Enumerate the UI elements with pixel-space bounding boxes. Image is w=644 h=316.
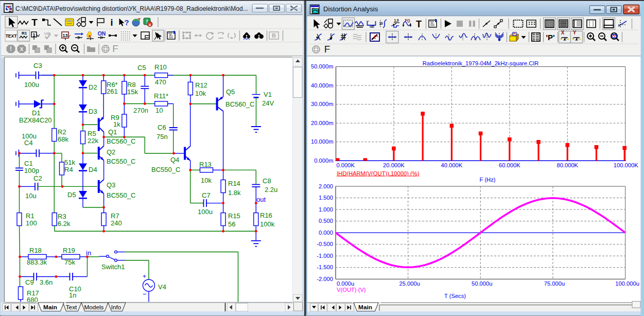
svg-text:Models: Models: [84, 304, 103, 311]
svg-text:2.2u: 2.2u: [265, 186, 277, 194]
svg-text:261: 261: [107, 87, 118, 95]
svg-text:F: F: [112, 43, 118, 54]
svg-text:-1.500: -1.500: [317, 264, 333, 270]
svg-text:Q5: Q5: [226, 88, 235, 96]
svg-text:10u: 10u: [25, 192, 37, 200]
svg-text:R11*: R11*: [154, 92, 168, 100]
svg-text:75k: 75k: [64, 258, 75, 266]
svg-text:0.000K: 0.000K: [337, 162, 355, 168]
svg-text:R1: R1: [22, 31, 27, 36]
svg-text:Main: Main: [43, 304, 57, 311]
svg-text:100.000u: 100.000u: [615, 280, 639, 287]
svg-text:100u: 100u: [24, 81, 39, 89]
svg-text:C3: C3: [33, 62, 42, 69]
svg-text:30.000m: 30.000m: [311, 101, 334, 107]
svg-text:D1: D1: [32, 109, 41, 117]
svg-text:Q4: Q4: [170, 156, 179, 164]
svg-text:C1: C1: [24, 160, 33, 167]
svg-text:R14: R14: [228, 180, 240, 187]
svg-text:-0.500: -0.500: [317, 241, 333, 247]
svg-text:25.000u: 25.000u: [399, 280, 420, 287]
svg-text:68k: 68k: [58, 135, 68, 143]
svg-text:T (Secs): T (Secs): [444, 293, 466, 299]
svg-text:Q3: Q3: [107, 181, 115, 189]
svg-text:10.000m: 10.000m: [311, 138, 334, 145]
svg-text:R8: R8: [127, 81, 136, 89]
svg-text:C9: C9: [25, 278, 34, 286]
svg-text:TEXT: TEXT: [6, 33, 18, 39]
svg-text:Q1: Q1: [108, 128, 117, 136]
svg-text:20.000m: 20.000m: [311, 120, 334, 126]
svg-text:F (Hz): F (Hz): [479, 177, 495, 183]
svg-text:75.000u: 75.000u: [544, 280, 565, 287]
svg-text:D2: D2: [89, 83, 97, 91]
svg-text:56: 56: [228, 220, 235, 228]
svg-text:R18: R18: [29, 247, 42, 254]
svg-text:1.8k: 1.8k: [228, 189, 241, 197]
svg-text:10: 10: [155, 107, 163, 114]
svg-text:0.000u: 0.000u: [337, 280, 354, 287]
svg-text:BC560_C: BC560_C: [107, 137, 135, 145]
svg-text:Info: Info: [111, 304, 121, 311]
svg-text:B: B: [272, 32, 276, 39]
svg-text:i: i: [110, 17, 113, 28]
svg-text:0.000: 0.000: [319, 230, 333, 236]
svg-text:C2: C2: [33, 174, 42, 182]
svg-text:Main: Main: [358, 304, 372, 311]
svg-text:D4: D4: [89, 166, 97, 173]
svg-text:1.500: 1.500: [319, 195, 333, 201]
svg-text:10: 10: [379, 22, 383, 25]
svg-text:40.000m: 40.000m: [311, 82, 334, 89]
svg-text:6.2k: 6.2k: [58, 220, 71, 227]
svg-text:R2: R2: [58, 128, 66, 136]
svg-text:−: −: [143, 290, 147, 298]
svg-text:Distortion Analysis: Distortion Analysis: [323, 5, 378, 13]
svg-text:R1: R1: [26, 212, 34, 220]
svg-text:60.000K: 60.000K: [499, 162, 520, 168]
svg-text:C6: C6: [158, 124, 166, 131]
svg-text:24V: 24V: [262, 99, 274, 107]
svg-text:Radioelektronik_1979-04M_2kHz-: Radioelektronik_1979-04M_2kHz-square.CIR: [423, 60, 539, 66]
svg-text:V1: V1: [264, 91, 272, 98]
svg-text:51k: 51k: [64, 159, 75, 166]
svg-text:x: x: [20, 45, 24, 52]
svg-text:50.000m: 50.000m: [311, 63, 334, 69]
svg-text:1.0: 1.0: [394, 19, 398, 22]
svg-text:T: T: [31, 17, 38, 28]
svg-text:13: 13: [62, 33, 67, 38]
svg-text:1: 1: [32, 32, 35, 38]
svg-text:+: +: [143, 273, 146, 280]
svg-text:40.000K: 40.000K: [441, 162, 463, 168]
svg-text:BC550_C: BC550_C: [151, 166, 180, 173]
svg-text:X: X: [561, 30, 565, 36]
svg-text:50.000u: 50.000u: [472, 280, 492, 287]
svg-text:BC560_C: BC560_C: [225, 100, 254, 108]
svg-text:D3: D3: [89, 108, 97, 115]
svg-text:Y: Y: [573, 30, 577, 36]
svg-text:F: F: [324, 44, 330, 55]
svg-text:'P': 'P': [546, 33, 554, 42]
svg-text:IHD(HARM(V(OUT)),10000) (%): IHD(HARM(V(OUT)),10000) (%): [337, 170, 420, 177]
svg-text:HD: HD: [370, 25, 374, 28]
svg-text:10k: 10k: [195, 90, 206, 97]
svg-text:R7: R7: [111, 212, 119, 220]
svg-text:C4: C4: [24, 139, 33, 147]
svg-text:0.000m: 0.000m: [314, 157, 333, 164]
svg-text:R10: R10: [154, 63, 167, 71]
svg-text:C7: C7: [202, 191, 211, 199]
svg-text:-2.000: -2.000: [317, 276, 333, 282]
svg-text:0.500: 0.500: [319, 218, 333, 224]
svg-text:?: ?: [124, 18, 129, 27]
svg-text:BC550_C: BC550_C: [107, 157, 135, 165]
svg-text:BC550_C: BC550_C: [107, 191, 135, 199]
svg-text:470: 470: [155, 78, 166, 86]
svg-text:R5: R5: [88, 130, 96, 137]
svg-text:1k: 1k: [113, 120, 120, 128]
svg-text:2.000: 2.000: [319, 183, 333, 189]
svg-text:-1.000: -1.000: [317, 253, 333, 259]
svg-text:R3: R3: [58, 213, 66, 220]
svg-text:!: !: [10, 45, 12, 52]
svg-text:100.000K: 100.000K: [614, 162, 638, 168]
svg-text:C8: C8: [263, 177, 271, 185]
svg-text:R19: R19: [63, 247, 75, 254]
